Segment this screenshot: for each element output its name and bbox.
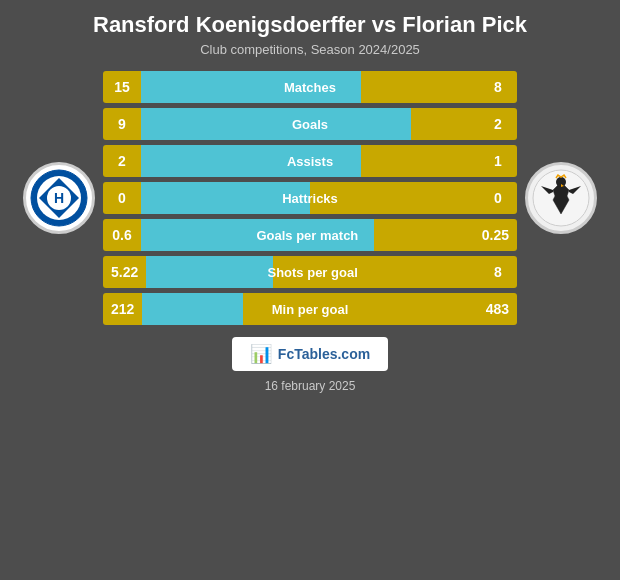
stat-left-value: 0.6 <box>103 227 141 243</box>
stat-label: Assists <box>287 154 333 169</box>
stat-left-value: 5.22 <box>103 264 146 280</box>
stat-left-value: 15 <box>103 79 141 95</box>
stats-table: 15Matches89Goals22Assists10Hattricks00.6… <box>103 71 517 325</box>
stat-bar-container: Shots per goal <box>146 256 479 288</box>
stat-right-value: 2 <box>479 116 517 132</box>
stat-left-value: 212 <box>103 301 142 317</box>
stat-right-value: 8 <box>479 264 517 280</box>
left-team-logo: H <box>23 162 95 234</box>
subtitle: Club competitions, Season 2024/2025 <box>200 42 420 57</box>
stat-row: 0.6Goals per match0.25 <box>103 219 517 251</box>
stat-left-value: 0 <box>103 190 141 206</box>
stat-bar-container: Goals <box>141 108 479 140</box>
page-title: Ransford Koenigsdoerffer vs Florian Pick <box>93 12 527 38</box>
stat-label: Goals <box>292 117 328 132</box>
stat-row: 9Goals2 <box>103 108 517 140</box>
preussen-icon: P <box>531 168 591 228</box>
watermark-text: FcTables.com <box>278 346 370 362</box>
stat-right-value: 0.25 <box>474 227 517 243</box>
watermark-icon: 📊 <box>250 343 272 365</box>
stat-right-value: 1 <box>479 153 517 169</box>
left-team-col: H <box>15 162 103 234</box>
stat-left-bar <box>142 293 243 325</box>
stat-row: 15Matches8 <box>103 71 517 103</box>
stat-bar-container: Min per goal <box>142 293 477 325</box>
stat-bar-container: Assists <box>141 145 479 177</box>
stat-row: 2Assists1 <box>103 145 517 177</box>
stat-bar-container: Goals per match <box>141 219 474 251</box>
svg-text:H: H <box>54 190 64 206</box>
stat-label: Shots per goal <box>267 265 357 280</box>
stat-label: Matches <box>284 80 336 95</box>
stat-label: Min per goal <box>272 302 349 317</box>
stat-right-value: 0 <box>479 190 517 206</box>
date-text: 16 february 2025 <box>265 379 356 393</box>
stat-left-value: 2 <box>103 153 141 169</box>
stat-label: Goals per match <box>256 228 358 243</box>
stat-left-bar <box>141 108 411 140</box>
stat-row: 5.22Shots per goal8 <box>103 256 517 288</box>
stat-label: Hattricks <box>282 191 338 206</box>
stat-bar-container: Matches <box>141 71 479 103</box>
stat-row: 212Min per goal483 <box>103 293 517 325</box>
stat-bar-container: Hattricks <box>141 182 479 214</box>
watermark-box: 📊 FcTables.com <box>232 337 388 371</box>
right-team-logo: P <box>525 162 597 234</box>
stat-left-value: 9 <box>103 116 141 132</box>
stat-left-bar <box>146 256 272 288</box>
page-wrapper: Ransford Koenigsdoerffer vs Florian Pick… <box>0 0 620 580</box>
hsv-icon: H <box>29 168 89 228</box>
content-area: H 15Matches89Goals22Assists10Hattricks00… <box>10 71 610 325</box>
stat-row: 0Hattricks0 <box>103 182 517 214</box>
right-team-col: P <box>517 162 605 234</box>
stat-right-value: 8 <box>479 79 517 95</box>
stat-right-value: 483 <box>478 301 517 317</box>
